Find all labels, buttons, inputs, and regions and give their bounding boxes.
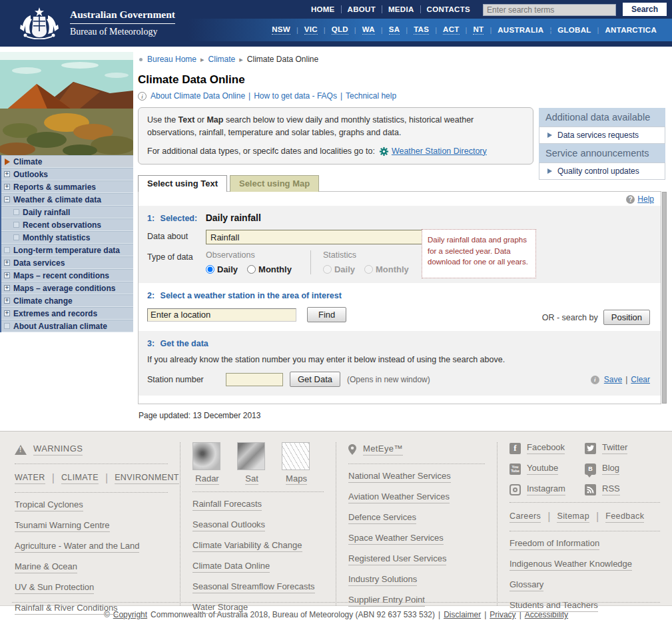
radar-thumb[interactable]: Radar [192, 442, 222, 485]
seasonal-outlooks-link[interactable]: Seasonal Outlooks [192, 519, 265, 531]
sidebar-item-weather-climate-data[interactable]: − Weather & climate data [1, 193, 133, 206]
tsunami-warning-link[interactable]: Tsunami Warning Centre [15, 520, 110, 532]
sidebar-item-daily-rainfall[interactable]: Daily rainfall [1, 206, 133, 218]
sidebar-item-climate-change[interactable]: + Climate change [1, 294, 133, 307]
climate-data-online-link[interactable]: Climate Data Online [192, 561, 270, 573]
nav-contacts[interactable]: CONTACTS [421, 5, 476, 13]
search-button[interactable]: Search [623, 3, 667, 16]
sidebar-item-extremes-records[interactable]: + Extremes and records [1, 307, 133, 320]
sidebar-item-reports[interactable]: + Reports & summaries [1, 180, 133, 193]
rss-link[interactable]: RSS [602, 483, 620, 495]
tab-select-using-map[interactable]: Select using Map [230, 175, 319, 192]
faqs-link[interactable]: How to get data - FAQs [254, 91, 337, 101]
obs-monthly-label[interactable]: Monthly [258, 264, 292, 274]
region-act[interactable]: ACT [443, 25, 460, 35]
space-weather-services-link[interactable]: Space Weather Services [348, 533, 444, 545]
get-data-button[interactable]: Get Data [290, 372, 340, 387]
blog-link[interactable]: Blog [602, 463, 619, 475]
weather-station-directory-link[interactable]: Weather Station Directory [392, 145, 487, 158]
sidebar-item-about-australian-climate[interactable]: About Australian climate [1, 320, 133, 332]
seasonal-streamflow-link[interactable]: Seasonal Streamflow Forecasts [192, 581, 315, 593]
clear-link[interactable]: Clear [631, 375, 650, 384]
students-teachers-link[interactable]: Students and Teachers [509, 600, 598, 612]
tab-select-using-text[interactable]: Select using Text [138, 175, 227, 192]
facebook-icon[interactable]: f [509, 443, 521, 454]
expand-icon[interactable]: + [4, 171, 10, 177]
region-australia[interactable]: AUSTRALIA [498, 26, 543, 34]
position-button[interactable]: Position [603, 310, 650, 325]
climate-variability-link[interactable]: Climate Variability & Change [192, 540, 302, 552]
maps-thumb[interactable]: Maps [282, 442, 311, 485]
meteye-link[interactable]: MetEye™ [363, 444, 403, 456]
supplier-entry-point-link[interactable]: Supplier Entry Point [348, 595, 425, 607]
rainfall-river-link[interactable]: Rainfall & River Conditions [15, 603, 118, 615]
bom-logo[interactable]: Australian Government Bureau of Meteorol… [17, 6, 175, 39]
region-antarctica[interactable]: ANTARCTICA [605, 26, 657, 34]
expand-icon[interactable]: + [4, 285, 10, 291]
quality-control-updates-link[interactable]: Quality control updates [557, 166, 639, 176]
maps-link[interactable]: Maps [286, 473, 307, 485]
breadcrumb-climate[interactable]: Climate [208, 55, 236, 64]
sat-link[interactable]: Sat [245, 473, 258, 485]
expand-icon[interactable]: + [4, 260, 10, 266]
national-weather-services-link[interactable]: National Weather Services [348, 471, 451, 483]
scrollbar[interactable] [662, 192, 667, 404]
nav-media[interactable]: MEDIA [382, 5, 421, 13]
blog-icon[interactable]: B [585, 464, 596, 475]
expand-icon[interactable]: + [4, 184, 10, 190]
sitemap-link[interactable]: Sitemap [557, 511, 589, 523]
sidebar-item-long-term-temperature[interactable]: Long-term temperature data [1, 244, 133, 256]
uv-sun-link[interactable]: UV & Sun Protection [15, 582, 94, 594]
data-services-requests-item[interactable]: Data services requests [539, 127, 665, 144]
data-services-requests-link[interactable]: Data services requests [557, 131, 639, 140]
sidebar-item-maps-recent[interactable]: + Maps – recent conditions [1, 269, 133, 282]
radar-link[interactable]: Radar [195, 473, 218, 485]
search-input[interactable] [483, 4, 616, 16]
technical-help-link[interactable]: Technical help [346, 91, 396, 101]
nav-about[interactable]: ABOUT [342, 5, 382, 13]
registered-user-services-link[interactable]: Registered User Services [348, 553, 446, 565]
save-link[interactable]: Save [604, 375, 622, 384]
careers-link[interactable]: Careers [509, 511, 541, 523]
rss-icon[interactable] [585, 484, 596, 495]
sidebar-item-data-services[interactable]: + Data services [1, 256, 133, 269]
feedback-link[interactable]: Feedback [605, 511, 644, 523]
sidebar-item-outlooks[interactable]: + Outlooks [1, 168, 133, 180]
environment-link[interactable]: ENVIRONMENT [115, 473, 179, 484]
data-about-select[interactable]: Rainfall ▼ [206, 230, 432, 244]
instagram-link[interactable]: Instagram [527, 483, 565, 495]
station-number-input[interactable] [226, 373, 283, 386]
industry-solutions-link[interactable]: Industry Solutions [348, 574, 417, 586]
climate-link[interactable]: CLIMATE [61, 473, 99, 484]
tropical-cyclones-link[interactable]: Tropical Cyclones [15, 499, 83, 511]
aviation-weather-services-link[interactable]: Aviation Weather Services [348, 491, 450, 503]
obs-daily-radio[interactable] [206, 265, 214, 274]
sat-thumb[interactable]: Sat [237, 442, 266, 485]
sidebar-item-recent-observations[interactable]: Recent observations [1, 218, 133, 231]
sidebar-item-maps-average[interactable]: + Maps – average conditions [1, 282, 133, 294]
region-nsw[interactable]: NSW [272, 25, 290, 35]
facebook-link[interactable]: Facebook [527, 442, 565, 454]
youtube-link[interactable]: Youtube [527, 463, 558, 475]
region-tas[interactable]: TAS [414, 25, 429, 35]
about-cdo-link[interactable]: About Climate Data Online [151, 91, 245, 101]
copyright-link[interactable]: Copyright [113, 610, 147, 619]
foi-link[interactable]: Freedom of Information [509, 538, 599, 550]
agriculture-link[interactable]: Agriculture - Water and the Land [15, 541, 139, 553]
nav-home[interactable]: HOME [305, 5, 342, 13]
region-nt[interactable]: NT [473, 25, 484, 35]
warnings-link[interactable]: WARNINGS [33, 444, 83, 456]
glossary-link[interactable]: Glossary [509, 579, 543, 591]
region-sa[interactable]: SA [389, 25, 400, 35]
rainfall-forecasts-link[interactable]: Rainfall Forecasts [192, 499, 262, 511]
sidebar-item-climate[interactable]: Climate [1, 155, 133, 168]
expand-icon[interactable]: + [4, 310, 10, 316]
obs-monthly-radio[interactable] [247, 265, 256, 274]
obs-daily-label[interactable]: Daily [217, 264, 238, 274]
twitter-link[interactable]: Twitter [602, 442, 627, 454]
region-qld[interactable]: QLD [332, 25, 348, 35]
expand-icon[interactable]: + [4, 272, 10, 278]
indigenous-weather-link[interactable]: Indigenous Weather Knowledge [509, 559, 632, 571]
breadcrumb-bureau-home[interactable]: Bureau Home [147, 55, 196, 64]
help-link[interactable]: Help [637, 194, 654, 204]
